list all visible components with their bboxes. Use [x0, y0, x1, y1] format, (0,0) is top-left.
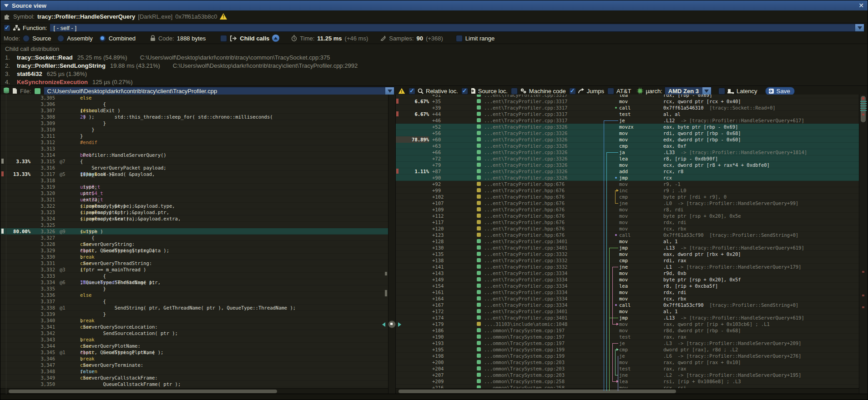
assembly-line[interactable]: +167...ent\TracyProfiler.cpp:3334call0x7…	[396, 302, 859, 308]
source-line[interactable]: 3,347 case ServerQueryTerminate:	[0, 362, 388, 368]
radio-combined-label[interactable]: Combined	[109, 35, 136, 42]
assembly-line[interactable]: +164...ent\TracyProfiler.cpp:3334movrcx,…	[396, 295, 859, 302]
function-select[interactable]: [ - self - ]	[50, 24, 864, 32]
assembly-line[interactable]: 78.89%+60...ent\TracyProfiler.cpp:3326mo…	[396, 136, 859, 143]
source-line[interactable]: 3,350 QueueCallstackFrame( ptr );	[0, 381, 388, 387]
assembly-line[interactable]: 6.67%+44...ent\TracyProfiler.cpp:3317tes…	[396, 111, 859, 117]
assembly-line[interactable]: +117...ent\TracyProfiler.hpp:676movrdx, …	[396, 219, 859, 225]
source-line[interactable]: 3,319 uint8_t type;	[0, 184, 388, 190]
child-call-entry[interactable]: 1.tracy::Socket::Read25.25 ms (54.89%)C:…	[5, 53, 863, 61]
source-line[interactable]: 3.33%3,315@7{	[0, 158, 388, 165]
assembly-line[interactable]: +92...ent\TracyProfiler.hpp:676movr9, -1	[396, 181, 859, 187]
source-line[interactable]: 3,308 std::this_thread::sleep_for( std::…	[0, 114, 388, 120]
assembly-line[interactable]: +130...ent\TracyProfiler.cpp:3401jmp.L13…	[396, 245, 859, 251]
assembly-vscrollbar[interactable]	[859, 95, 868, 394]
source-line[interactable]: 3,338@1 SendString( ptr, GetThreadName( …	[0, 305, 388, 311]
source-line[interactable]: 3,341 case ServerQuerySourceLocation:	[0, 324, 388, 330]
assembly-line[interactable]: +204...ommon\TracySystem.cpp:203testrax,…	[396, 365, 859, 372]
assembly-line[interactable]: +109...ent\TracyProfiler.hpp:676movr8, r…	[396, 206, 859, 213]
source-line[interactable]: 3,329 SendString( ptr, (const char*)ptr,…	[0, 247, 388, 254]
assembly-line[interactable]: +161...ent\TracyProfiler.cpp:3334movrdx,…	[396, 289, 859, 295]
source-line[interactable]: 3,327 {	[0, 235, 388, 241]
assembly-line[interactable]: +198...ommon\TracySystem.cpp:199je.L6 ->…	[396, 353, 859, 359]
machine-code-option[interactable]: Machine code	[511, 88, 566, 95]
source-line[interactable]: 3,339 }	[0, 311, 388, 317]
chevron-down-icon[interactable]	[702, 87, 711, 95]
limit-range-checkbox[interactable]	[456, 35, 463, 42]
source-line[interactable]: 3,320 uint64_t ptr;	[0, 190, 388, 196]
assembly-line[interactable]: +207...ommon\TracySystem.cpp:203jne.L2 -…	[396, 372, 859, 378]
assembly-line[interactable]: +79...ent\TracyProfiler.cpp:3326movecx, …	[396, 162, 859, 168]
source-line[interactable]: 3,331 case ServerQueryThreadString:	[0, 260, 388, 266]
assembly-line[interactable]: +138...ent\TracyProfiler.cpp:3332cmprdi,…	[396, 257, 859, 264]
source-line[interactable]: 3,318	[0, 177, 388, 184]
close-icon[interactable]: ✕	[858, 2, 864, 9]
source-line[interactable]: 3,316 ServerQueryPacket payload;	[0, 165, 388, 171]
assembly-line[interactable]: +39...ent\TracyProfiler.cpp:3317call0x7f…	[396, 105, 859, 111]
assembly-line[interactable]: +174...ent\TracyProfiler.cpp:3401jmp.L13…	[396, 315, 859, 321]
assembly-line[interactable]: +154...ent\TracyProfiler.cpp:3334lear8, …	[396, 283, 859, 289]
assembly-line[interactable]: +46...ent\TracyProfiler.cpp:3317je.L12 -…	[396, 117, 859, 124]
att-option[interactable]: AT&T	[607, 88, 631, 95]
assembly-line[interactable]: +128...ent\TracyProfiler.cpp:3401moval, …	[396, 238, 859, 245]
radio-source[interactable]	[23, 35, 30, 42]
child-call-entry[interactable]: 3.stat64i32625 µs (1.36%)	[5, 70, 863, 78]
machine-code-checkbox[interactable]	[511, 88, 518, 95]
assembly-line[interactable]: 6.67%+35...ent\TracyProfiler.cpp:3317mov…	[396, 98, 859, 105]
assembly-line[interactable]: +135...ent\TracyProfiler.cpp:3332moveax,…	[396, 251, 859, 257]
assembly-line[interactable]: +209...ommon\TracySystem.cpp:258learsi, …	[396, 378, 859, 385]
save-button[interactable]: Save	[765, 87, 795, 95]
uarch-select[interactable]: AMD Zen 3	[665, 87, 712, 95]
source-line[interactable]: 3,307 if( shouldExit ) return;	[0, 107, 388, 114]
assembly-line[interactable]: +31...ent\TracyProfiler.cpp:3317leardx, …	[396, 95, 859, 98]
source-line[interactable]: 3,340 break;	[0, 317, 388, 324]
propagate-up-button[interactable]	[272, 35, 279, 42]
child-call-entry[interactable]: 2.tracy::Profiler::SendLongString19.88 m…	[5, 61, 863, 70]
assembly-line[interactable]: +123...ent\TracyProfiler.hpp:676call0x7f…	[396, 232, 859, 238]
source-line[interactable]: 3,348 return false;	[0, 368, 388, 375]
child-calls-checkbox[interactable]	[220, 35, 227, 42]
assembly-line[interactable]: +90...ent\TracyProfiler.cpp:3326jmprcx	[396, 175, 859, 181]
source-line[interactable]: 3,333 {	[0, 273, 388, 279]
source-line[interactable]: 3,344 case ServerQueryPlotName:	[0, 343, 388, 349]
source-line[interactable]: 3,305 else	[0, 95, 388, 101]
source-line[interactable]: 3,314bool Profiler::HandleServerQuery()	[0, 152, 388, 158]
source-line[interactable]: 3,330 break;	[0, 254, 388, 260]
assembly-line[interactable]: +120...ent\TracyProfiler.hpp:676movrcx, …	[396, 225, 859, 232]
function-checkbox[interactable]	[4, 25, 10, 31]
vscroll-thumb[interactable]	[861, 96, 866, 122]
source-line[interactable]: 3,306 {	[0, 101, 388, 107]
source-line[interactable]: 3,349 case ServerQueryCallstackFrame:	[0, 375, 388, 381]
assembly-line[interactable]: +56...ent\TracyProfiler.cpp:3326movrdi, …	[396, 130, 859, 136]
source-line[interactable]: 3,335 }	[0, 285, 388, 292]
source-loc-option[interactable]: Source loc.	[461, 88, 508, 95]
jumps-checkbox[interactable]	[569, 88, 576, 95]
assembly-line[interactable]: +143...ent\TracyProfiler.cpp:3334movr9d,…	[396, 270, 859, 276]
assembly-line[interactable]: 1.11%+87...ent\TracyProfiler.cpp:3326add…	[396, 168, 859, 175]
chevron-down-icon[interactable]	[855, 24, 864, 31]
radio-source-label[interactable]: Source	[32, 35, 51, 42]
source-line[interactable]: 3,345@1 SendString( ptr, (const char*)pt…	[0, 349, 388, 355]
relative-loc-option[interactable]: Relative loc.	[409, 88, 458, 95]
assembly-line[interactable]: +102...ent\TracyProfiler.hpp:676cmpbyte …	[396, 194, 859, 200]
source-line[interactable]: 3,323 memcpy( &ptr, &payload.ptr, sizeof…	[0, 209, 388, 215]
child-call-entry[interactable]: 4.KeSynchronizeExecution125 µs (0.27%)	[5, 78, 863, 85]
assembly-line[interactable]: +52...ent\TracyProfiler.cpp:3326movzxeax…	[396, 124, 859, 130]
source-line[interactable]: 3,322 memcpy( &type, &payload.type, size…	[0, 203, 388, 209]
limit-range-label[interactable]: Limit range	[465, 35, 495, 42]
collapse-icon[interactable]	[4, 4, 9, 7]
source-line[interactable]: 3,328 case ServerQueryString:	[0, 241, 388, 247]
source-line[interactable]: 3,336 else	[0, 292, 388, 298]
window-titlebar[interactable]: Source view ✕	[0, 0, 868, 10]
latency-checkbox[interactable]	[718, 88, 725, 95]
assembly-line[interactable]: +186...ommon\TracySystem.cpp:197movr8d, …	[396, 327, 859, 334]
assembly-line[interactable]: +141...ent\TracyProfiler.cpp:3332jne.L1 …	[396, 264, 859, 270]
assembly-line[interactable]: +172...ent\TracyProfiler.cpp:3401moval, …	[396, 308, 859, 315]
child-calls-label[interactable]: Child calls	[240, 35, 269, 42]
file-select[interactable]: C:\Users\wolf\Desktop\darkrl\contrib\tra…	[44, 87, 394, 95]
source-line[interactable]: 3,311}	[0, 133, 388, 139]
assembly-line[interactable]: +149...ent\TracyProfiler.cpp:3334movbyte…	[396, 276, 859, 283]
assembly-line[interactable]: +200...ommon\TracySystem.cpp:203movrax, …	[396, 359, 859, 365]
assembly-line[interactable]: +72...ent\TracyProfiler.cpp:3326lear8, […	[396, 155, 859, 162]
source-line[interactable]: 3,342 SendSourceLocation( ptr );	[0, 330, 388, 336]
